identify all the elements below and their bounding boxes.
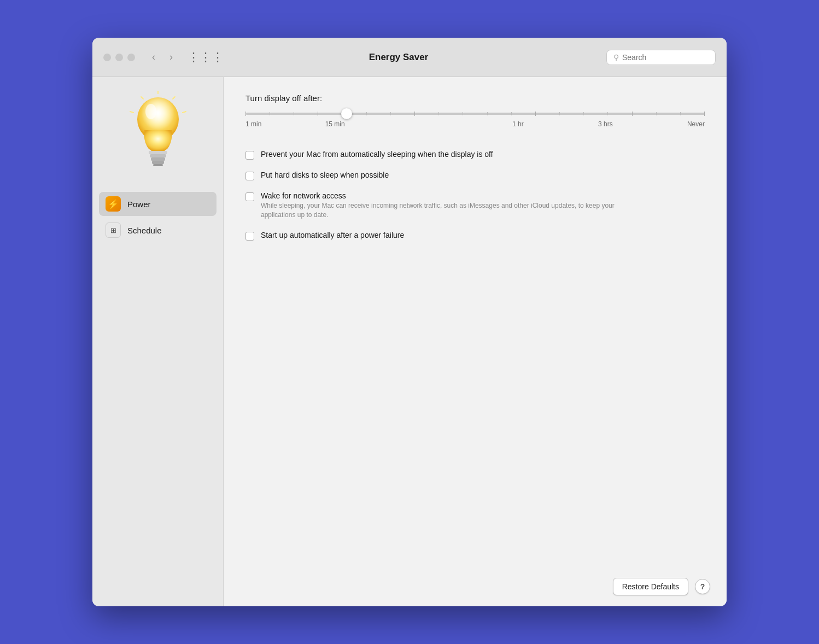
display-off-section: Turn display off after:	[245, 93, 705, 128]
main-window: ‹ › ⋮⋮⋮ Energy Saver ⚲	[92, 38, 727, 606]
svg-rect-3	[150, 154, 166, 157]
svg-line-9	[173, 97, 175, 99]
svg-rect-5	[152, 161, 164, 164]
back-button[interactable]: ‹	[146, 50, 161, 65]
option-wake-network: Wake for network access While sleeping, …	[245, 186, 705, 225]
svg-rect-4	[151, 157, 165, 161]
footer: Restore Defaults ?	[224, 567, 727, 606]
label-3hrs: 3 hrs	[598, 120, 613, 128]
checkbox-startup-power[interactable]	[245, 232, 254, 241]
search-box[interactable]: ⚲	[606, 50, 716, 65]
slider-container	[245, 113, 705, 115]
checkbox-wake-network[interactable]	[245, 192, 254, 201]
option-hard-disks-label: Put hard disks to sleep when possible	[261, 171, 389, 179]
option-wake-network-text: Wake for network access While sleeping, …	[261, 191, 633, 220]
sidebar-item-power[interactable]: ⚡ Power	[99, 192, 217, 216]
display-off-title: Turn display off after:	[245, 93, 705, 103]
sidebar-icon-area	[125, 88, 191, 175]
titlebar: ‹ › ⋮⋮⋮ Energy Saver ⚲	[92, 38, 727, 77]
option-wake-network-label: Wake for network access	[261, 191, 633, 200]
option-prevent-sleep-text: Prevent your Mac from automatically slee…	[261, 150, 493, 159]
svg-line-10	[183, 112, 186, 113]
label-never: Never	[687, 120, 705, 128]
forward-button[interactable]: ›	[163, 50, 179, 65]
option-wake-network-sublabel: While sleeping, your Mac can receive inc…	[261, 201, 633, 220]
svg-line-12	[130, 112, 133, 113]
search-input[interactable]	[622, 53, 709, 62]
energy-saver-icon	[128, 91, 188, 173]
option-startup-power-text: Start up automatically after a power fai…	[261, 231, 404, 239]
label-1hr: 1 hr	[512, 120, 524, 128]
nav-buttons: ‹ ›	[146, 50, 179, 65]
close-button[interactable]	[103, 54, 111, 61]
sidebar-item-schedule-label: Schedule	[127, 226, 162, 235]
svg-point-7	[145, 104, 156, 119]
option-hard-disks-text: Put hard disks to sleep when possible	[261, 171, 389, 179]
option-startup-power-label: Start up automatically after a power fai…	[261, 231, 404, 239]
search-icon: ⚲	[613, 53, 619, 62]
content-area: ⚡ Power ⊞ Schedule Turn display off afte…	[92, 77, 727, 606]
checkbox-hard-disks[interactable]	[245, 172, 254, 180]
full-panel: Turn display off after:	[224, 77, 727, 606]
option-hard-disks: Put hard disks to sleep when possible	[245, 165, 705, 186]
checkbox-prevent-sleep[interactable]	[245, 151, 254, 160]
svg-rect-2	[149, 151, 167, 154]
schedule-icon: ⊞	[106, 223, 121, 238]
sidebar-item-schedule[interactable]: ⊞ Schedule	[99, 218, 217, 242]
traffic-lights	[103, 54, 135, 61]
option-prevent-sleep-label: Prevent your Mac from automatically slee…	[261, 150, 493, 159]
sidebar-nav: ⚡ Power ⊞ Schedule	[92, 192, 223, 242]
window-title: Energy Saver	[191, 52, 606, 63]
options-section: Prevent your Mac from automatically slee…	[245, 144, 705, 246]
label-15min: 15 min	[325, 120, 345, 128]
option-prevent-sleep: Prevent your Mac from automatically slee…	[245, 144, 705, 165]
label-1min: 1 min	[245, 120, 261, 128]
power-icon: ⚡	[106, 196, 121, 212]
option-startup-power: Start up automatically after a power fai…	[245, 225, 705, 246]
sidebar: ⚡ Power ⊞ Schedule	[92, 77, 224, 606]
help-button[interactable]: ?	[695, 579, 710, 594]
main-panel: Turn display off after:	[224, 77, 727, 567]
slider-track	[245, 113, 705, 115]
fullscreen-button[interactable]	[127, 54, 135, 61]
sidebar-item-power-label: Power	[127, 200, 151, 209]
svg-line-11	[141, 97, 143, 99]
slider-labels: 1 min 15 min 1 hr 3 hrs Never	[245, 120, 705, 128]
svg-rect-6	[153, 164, 163, 166]
restore-defaults-button[interactable]: Restore Defaults	[613, 578, 688, 595]
slider-thumb[interactable]	[341, 108, 352, 119]
minimize-button[interactable]	[115, 54, 123, 61]
